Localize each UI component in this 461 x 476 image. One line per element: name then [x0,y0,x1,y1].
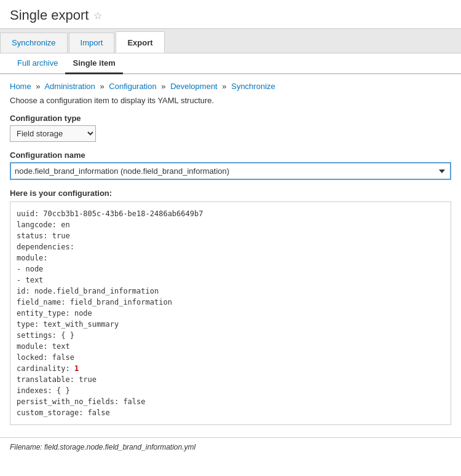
breadcrumb: Home » Administration » Configuration » … [10,82,451,91]
breadcrumb-administration[interactable]: Administration [44,82,95,91]
page-description: Choose a configuration item to display i… [10,96,451,105]
config-line: status: true [17,230,444,241]
config-line: cardinality: 1 [17,363,444,374]
config-type-label: Configuration type [10,114,451,123]
main-tabs-bar: Synchronize Import Export [0,29,461,53]
breadcrumb-sep-3: » [222,82,226,91]
config-line: entity_type: node [17,308,444,319]
config-line: uuid: 70ccb3b1-805c-43b6-be18-2486ab6649… [17,208,444,219]
tab-synchronize[interactable]: Synchronize [0,33,68,53]
page-header: Single export ☆ [0,0,461,29]
config-line: persist_with_no_fields: false [17,396,444,407]
favorite-star-icon[interactable]: ☆ [93,10,102,21]
config-line: indexes: { } [17,385,444,396]
breadcrumb-synchronize[interactable]: Synchronize [231,82,275,91]
config-output-box: uuid: 70ccb3b1-805c-43b6-be18-2486ab6649… [10,201,451,425]
page-title: Single export ☆ [10,7,451,23]
config-name-label: Configuration name [10,150,451,160]
config-line: langcode: en [17,219,444,230]
config-line: custom_storage: false [17,407,444,418]
config-output-heading: Here is your configuration: [10,189,451,198]
config-output-section: Here is your configuration: uuid: 70ccb3… [10,189,451,425]
page-footer: Filename: field.storage.node.field_brand… [0,437,461,456]
config-line: - node [17,263,444,275]
breadcrumb-development[interactable]: Development [170,82,218,91]
main-content: Home » Administration » Configuration » … [0,74,461,432]
config-name-select[interactable]: node.field_brand_information (node.field… [10,162,451,180]
config-line: - text [17,275,444,286]
config-name-select-wrapper: node.field_brand_information (node.field… [10,162,451,180]
config-line: module: text [17,341,444,352]
config-line: translatable: true [17,374,444,385]
config-line: locked: false [17,352,444,363]
config-line: module: [17,252,444,263]
sub-tabs-bar: Full archive Single item [0,53,461,74]
config-type-select[interactable]: Field storage [10,125,96,142]
breadcrumb-home[interactable]: Home [10,82,31,91]
breadcrumb-configuration[interactable]: Configuration [109,82,156,91]
subtab-full-archive[interactable]: Full archive [10,53,65,74]
tab-import[interactable]: Import [69,33,115,53]
config-line: id: node.field_brand_information [17,286,444,297]
subtab-single-item[interactable]: Single item [65,53,122,74]
config-name-group: Configuration name node.field_brand_info… [10,150,451,180]
config-line: settings: { } [17,330,444,341]
page-title-text: Single export [10,7,89,23]
breadcrumb-sep-0: » [36,82,40,91]
config-type-group: Configuration type Field storage [10,114,451,142]
config-highlight: 1 [74,364,79,373]
config-line: dependencies: [17,241,444,252]
tab-export[interactable]: Export [116,31,164,53]
config-line: field_name: field_brand_information [17,297,444,308]
breadcrumb-sep-2: » [161,82,165,91]
footer-filename: Filename: field.storage.node.field_brand… [10,443,195,451]
config-line: type: text_with_summary [17,319,444,330]
breadcrumb-sep-1: » [100,82,104,91]
